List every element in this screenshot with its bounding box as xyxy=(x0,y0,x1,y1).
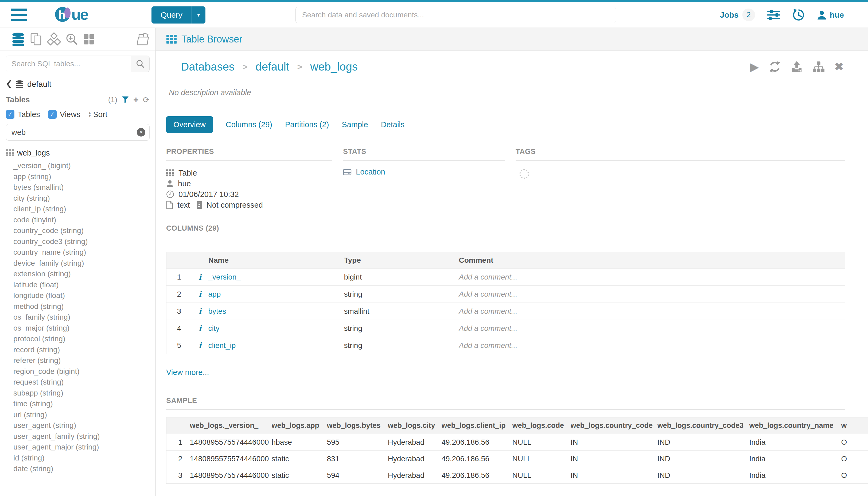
tables-checkbox[interactable]: ✓ xyxy=(6,110,14,119)
sliders-icon[interactable] xyxy=(767,9,780,21)
breadcrumb-databases[interactable]: Databases xyxy=(181,60,235,73)
sidebar-column-item[interactable]: method (string) xyxy=(6,301,149,312)
sort-control[interactable]: ▲▼ Sort xyxy=(88,110,107,119)
sidebar-column-item[interactable]: time (string) xyxy=(6,399,149,409)
documents-icon[interactable] xyxy=(29,33,43,46)
sidebar-column-item[interactable]: os_family (string) xyxy=(6,312,149,323)
column-comment-placeholder[interactable]: Add a comment... xyxy=(459,286,845,303)
history-icon[interactable] xyxy=(792,9,805,21)
sidebar-column-item[interactable]: longitude (float) xyxy=(6,290,149,301)
columns-table-header: Name Type Comment xyxy=(167,252,845,268)
sidebar-table-name[interactable]: web_logs xyxy=(17,149,50,157)
info-icon[interactable]: i xyxy=(199,307,202,316)
sidebar-column-item[interactable]: url (string) xyxy=(6,409,149,420)
sidebar-column-item[interactable]: region_code (bigint) xyxy=(6,366,149,377)
info-icon[interactable]: i xyxy=(199,272,202,282)
tab-sample[interactable]: Sample xyxy=(342,120,368,129)
sidebar-column-item[interactable]: country_name (string) xyxy=(6,247,149,258)
folder-docs-icon[interactable] xyxy=(136,33,151,46)
sitemap-icon[interactable] xyxy=(812,61,825,73)
sidebar-column-item[interactable]: protocol (string) xyxy=(6,334,149,344)
sidebar-column-item[interactable]: _version_ (bigint) xyxy=(6,160,149,171)
play-icon[interactable]: ▶ xyxy=(750,61,759,73)
sidebar-column-item[interactable]: latitude (float) xyxy=(6,280,149,291)
column-comment-placeholder[interactable]: Add a comment... xyxy=(459,303,845,320)
sidebar-column-item[interactable]: subapp (string) xyxy=(6,388,149,399)
hue-logo[interactable]: h ue xyxy=(46,7,118,23)
sidebar-column-item[interactable]: user_agent (string) xyxy=(6,420,149,431)
column-comment-placeholder[interactable]: Add a comment... xyxy=(459,268,845,286)
tables-checkbox-label[interactable]: Tables xyxy=(18,110,40,119)
sidebar-table-web-logs[interactable]: web_logs xyxy=(6,148,149,158)
table-icon xyxy=(6,150,14,156)
refresh-icon[interactable] xyxy=(769,61,781,73)
global-search-input[interactable] xyxy=(296,7,616,23)
database-icon[interactable] xyxy=(11,32,25,46)
info-icon[interactable]: i xyxy=(199,290,202,299)
upload-icon[interactable] xyxy=(790,61,803,73)
breadcrumb-web-logs[interactable]: web_logs xyxy=(310,60,358,73)
column-comment-placeholder[interactable]: Add a comment... xyxy=(459,320,845,337)
column-name-link[interactable]: bytes xyxy=(208,307,226,315)
sample-cell: India xyxy=(749,451,841,467)
views-checkbox-label[interactable]: Views xyxy=(60,110,80,119)
jobs-label[interactable]: Jobs xyxy=(720,11,739,19)
sidebar-column-item[interactable]: extension (string) xyxy=(6,268,149,280)
sidebar-column-item[interactable]: os_major (string) xyxy=(6,323,149,334)
column-name-link[interactable]: app xyxy=(208,290,221,298)
filter-icon[interactable] xyxy=(122,96,129,104)
tab-columns[interactable]: Columns (29) xyxy=(226,120,272,129)
clear-icon[interactable]: ✕ xyxy=(137,128,145,137)
username-label[interactable]: hue xyxy=(830,11,844,19)
cubes-icon[interactable] xyxy=(47,32,61,46)
sidebar-search-input[interactable] xyxy=(6,56,131,72)
grid-icon[interactable] xyxy=(83,33,95,45)
sidebar-database-breadcrumb[interactable]: default xyxy=(6,80,149,89)
sidebar-column-item[interactable]: device_family (string) xyxy=(6,258,149,269)
location-link[interactable]: Location xyxy=(356,168,385,176)
jobs-link[interactable]: Jobs 2 xyxy=(720,9,755,21)
views-checkbox[interactable]: ✓ xyxy=(48,110,57,119)
database-name[interactable]: default xyxy=(27,80,51,89)
sidebar-column-item[interactable]: country_code3 (string) xyxy=(6,236,149,247)
sample-cell: IND xyxy=(658,467,749,484)
sidebar-column-item[interactable]: country_code (string) xyxy=(6,225,149,236)
sidebar-search-button[interactable] xyxy=(131,56,149,72)
column-name-link[interactable]: city xyxy=(208,324,220,332)
view-more-link[interactable]: View more... xyxy=(166,368,209,376)
info-icon[interactable]: i xyxy=(199,341,202,350)
sidebar-column-item[interactable]: app (string) xyxy=(6,171,149,182)
sidebar-column-item[interactable]: id (string) xyxy=(6,453,149,464)
query-button[interactable]: Query ▾ xyxy=(152,6,205,24)
close-icon[interactable]: ✖ xyxy=(834,61,844,73)
sidebar-column-item[interactable]: referer (string) xyxy=(6,355,149,366)
table-filter-input[interactable] xyxy=(6,124,149,141)
tab-overview[interactable]: Overview xyxy=(166,116,213,133)
sidebar-column-item[interactable]: record (string) xyxy=(6,344,149,355)
sample-cell: 49.206.186.56 xyxy=(442,451,512,467)
column-comment-placeholder[interactable]: Add a comment... xyxy=(459,337,845,354)
tab-details[interactable]: Details xyxy=(381,120,405,129)
sidebar-column-item[interactable]: request (string) xyxy=(6,377,149,388)
sidebar-column-item[interactable]: bytes (smallint) xyxy=(6,182,149,193)
sidebar-column-item[interactable]: code (tinyint) xyxy=(6,215,149,226)
info-icon[interactable]: i xyxy=(199,324,202,333)
column-name-link[interactable]: client_ip xyxy=(208,341,236,350)
sidebar-column-item[interactable]: city (string) xyxy=(6,193,149,204)
tab-partitions[interactable]: Partitions (2) xyxy=(285,120,329,129)
sort-label[interactable]: Sort xyxy=(93,110,107,119)
sidebar-column-item[interactable]: client_ip (string) xyxy=(6,204,149,215)
query-button-label[interactable]: Query xyxy=(152,11,192,19)
user-menu[interactable]: hue xyxy=(817,10,844,20)
refresh-icon[interactable]: ⟳ xyxy=(143,95,149,105)
sidebar-column-item[interactable]: date (string) xyxy=(6,463,149,474)
search-icon xyxy=(136,60,144,68)
column-name-link[interactable]: _version_ xyxy=(208,273,241,281)
plus-icon[interactable]: + xyxy=(133,96,139,103)
sidebar-column-item[interactable]: user_agent_family (string) xyxy=(6,431,149,442)
sidebar-column-item[interactable]: user_agent_major (string) xyxy=(6,442,149,453)
breadcrumb-default[interactable]: default xyxy=(255,60,289,73)
caret-down-icon[interactable]: ▾ xyxy=(192,6,205,24)
zoom-plus-icon[interactable] xyxy=(65,33,79,46)
hamburger-icon[interactable] xyxy=(11,9,27,21)
